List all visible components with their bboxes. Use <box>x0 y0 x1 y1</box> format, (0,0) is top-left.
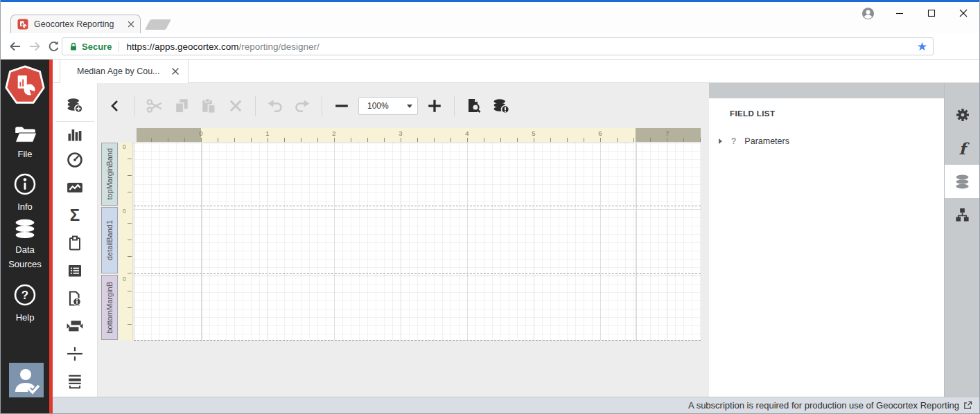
tab-properties[interactable] <box>945 98 980 132</box>
document-tab-title: Median Age by Cou... <box>77 66 171 76</box>
subscription-message: A subscription is required for productio… <box>688 400 959 411</box>
summary-tool-icon[interactable]: Σ <box>62 203 87 228</box>
cross-band-line-tool-icon[interactable] <box>62 341 87 366</box>
report-page[interactable] <box>134 143 701 340</box>
url-path: /reporting/designer/ <box>238 42 916 52</box>
bookmark-star-icon[interactable]: ★ <box>917 41 927 53</box>
vertical-ruler-segment: 0 <box>119 207 133 273</box>
band-separator[interactable] <box>134 206 701 206</box>
add-data-source-icon[interactable] <box>62 93 87 118</box>
horizontal-ruler: 0 1 2 3 4 5 6 7 <box>137 128 701 142</box>
delete-icon[interactable] <box>225 96 246 116</box>
right-tabstrip: f <box>944 83 979 397</box>
app-sidebar: File Info Data Sources ? Help <box>1 60 49 413</box>
sidebar-item-file[interactable]: File <box>1 123 49 161</box>
address-bar[interactable]: Secure https://apps.geocortex.com /repor… <box>62 37 934 55</box>
ruler-ticks <box>151 138 701 142</box>
page-break-tool-icon[interactable] <box>62 314 87 339</box>
folder-icon <box>1 123 49 144</box>
band-separator[interactable] <box>134 340 701 341</box>
sidebar-item-info[interactable]: Info <box>1 172 49 214</box>
sidebar-item-label: Data Sources <box>2 242 48 271</box>
document-tab[interactable]: Median Age by Cou... <box>60 60 189 83</box>
sidebar-item-label: Info <box>1 199 49 214</box>
maximize-button[interactable] <box>916 3 947 24</box>
tab-field-list[interactable] <box>945 165 980 198</box>
zoom-level-dropdown[interactable]: 100% <box>358 97 418 115</box>
tab-expressions[interactable]: f <box>945 132 980 165</box>
svg-text:?: ? <box>21 289 28 302</box>
browser-profile-icon[interactable] <box>852 3 884 24</box>
cross-band-box-tool-icon[interactable] <box>62 369 87 394</box>
page-info-tool-icon[interactable] <box>62 286 87 311</box>
external-link-icon[interactable] <box>963 401 972 410</box>
field-list-title: FIELD LIST <box>730 109 775 118</box>
sidebar-item-help[interactable]: ? Help <box>1 282 49 325</box>
browser-tab[interactable]: Geocortex Reporting <box>10 15 141 33</box>
ruler-mark: 2 <box>332 129 335 137</box>
database-icon <box>954 174 970 190</box>
zoom-out-icon[interactable] <box>331 96 352 116</box>
toolbar-separator <box>322 96 322 116</box>
preview-report-icon[interactable] <box>464 96 484 116</box>
band-label-top-margin[interactable]: topMarginBand <box>101 143 118 206</box>
gear-icon <box>954 107 971 123</box>
collapse-toolbox-icon[interactable] <box>105 96 125 116</box>
tab-report-explorer[interactable] <box>945 198 980 231</box>
redo-icon[interactable] <box>292 96 313 116</box>
chart-tool-icon[interactable] <box>62 123 87 147</box>
sparkline-tool-icon[interactable] <box>62 175 87 200</box>
table-tool-icon[interactable] <box>62 258 87 283</box>
url-host: https://apps.geocortex.com <box>126 42 238 52</box>
user-avatar[interactable] <box>9 363 44 397</box>
database-icon <box>1 219 49 240</box>
clipboard-tool-icon[interactable] <box>62 231 87 255</box>
back-button[interactable] <box>7 38 24 55</box>
undo-icon[interactable] <box>265 96 286 116</box>
forward-button[interactable] <box>26 38 43 55</box>
tab-close-icon[interactable] <box>128 21 134 28</box>
validate-data-source-icon[interactable] <box>491 96 511 116</box>
geocortex-logo[interactable] <box>4 65 46 105</box>
designer-toolbar: 100% <box>105 90 511 122</box>
toolbox-separator <box>55 121 94 122</box>
new-tab-button[interactable] <box>145 19 171 30</box>
toolbar-separator <box>255 96 256 116</box>
tree-icon <box>954 207 970 223</box>
paste-icon[interactable] <box>198 96 219 116</box>
minimize-button[interactable] <box>884 3 916 24</box>
browser-toolbar: Secure https://apps.geocortex.com /repor… <box>1 33 979 60</box>
info-icon <box>1 172 49 197</box>
help-icon: ? <box>1 282 49 307</box>
chevron-down-icon <box>402 98 417 114</box>
band-label-detail[interactable]: detailBand1 <box>101 207 118 273</box>
sidebar-item-data-sources[interactable]: Data Sources <box>1 219 49 271</box>
copy-icon[interactable] <box>171 96 192 116</box>
field-list-item-parameters[interactable]: ? Parameters <box>719 134 789 148</box>
sidebar-item-label: Help <box>1 310 49 325</box>
browser-titlebar: Geocortex Reporting <box>1 2 979 33</box>
document-tabbar: Median Age by Cou... <box>53 60 979 83</box>
panel-header-strip: › <box>709 83 979 98</box>
band-separator[interactable] <box>134 273 701 274</box>
band-label-bottom-margin[interactable]: bottomMarginB <box>101 275 118 340</box>
field-list-panel: FIELD LIST ? Parameters <box>709 98 944 397</box>
reload-button[interactable] <box>45 38 62 55</box>
expand-arrow-icon[interactable] <box>719 138 722 144</box>
window-controls <box>852 2 979 24</box>
document-tab-close-icon[interactable] <box>171 67 180 75</box>
gauge-tool-icon[interactable] <box>62 147 87 172</box>
report-toolbox: Σ <box>53 83 98 397</box>
ruler-mark: 3 <box>399 129 402 137</box>
ruler-mark: 7 <box>665 129 669 137</box>
design-surface[interactable]: 100% 0 1 2 3 <box>98 83 709 397</box>
zoom-level-value: 100% <box>359 101 402 111</box>
function-icon: f <box>959 141 966 156</box>
parameter-icon: ? <box>731 136 736 146</box>
geocortex-favicon-icon <box>17 19 28 30</box>
cut-icon[interactable] <box>144 96 165 116</box>
zoom-in-icon[interactable] <box>424 96 445 116</box>
close-button[interactable] <box>947 3 979 24</box>
ruler-mark: 5 <box>532 129 535 137</box>
vertical-ruler-segment: 0 <box>119 275 133 340</box>
